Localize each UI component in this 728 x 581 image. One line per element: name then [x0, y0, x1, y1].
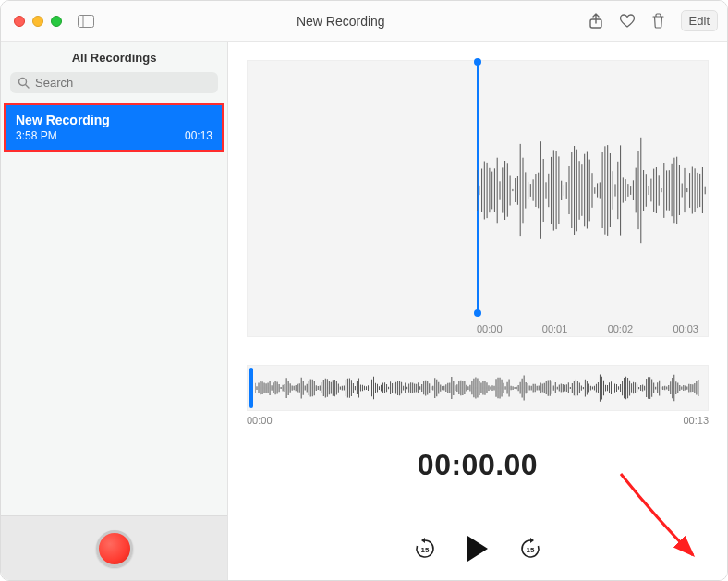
- recording-item-title: New Recording: [16, 113, 212, 127]
- sidebar-toggle-icon[interactable]: [77, 12, 95, 30]
- tick-label: 00:02: [608, 323, 634, 334]
- playback-controls: 15 15: [228, 536, 727, 562]
- window-controls: [10, 16, 62, 27]
- sidebar: All Recordings New Recording 3:58 PM 00:…: [1, 42, 228, 580]
- sidebar-heading: All Recordings: [1, 42, 227, 72]
- waveform-zoom[interactable]: 00:00 00:01 00:02 00:03: [247, 60, 709, 337]
- overview-times: 00:00 00:13: [247, 415, 709, 426]
- window-title: New Recording: [95, 14, 587, 29]
- minimize-window-button[interactable]: [32, 16, 43, 27]
- svg-line-4: [26, 85, 30, 89]
- main-panel: 00:00 00:01 00:02 00:03 00:00 00:13 00:0…: [228, 42, 727, 580]
- play-button[interactable]: [467, 536, 488, 562]
- tick-label: 00:01: [542, 323, 568, 334]
- skip-forward-button[interactable]: 15: [517, 536, 543, 562]
- overview-start-label: 00:00: [247, 415, 273, 426]
- recording-item-time: 3:58 PM: [16, 129, 57, 142]
- overview-cursor[interactable]: [249, 368, 253, 408]
- record-bar: [1, 515, 227, 580]
- waveform-overview[interactable]: [247, 365, 709, 411]
- svg-text:15: 15: [527, 546, 535, 554]
- recording-item[interactable]: New Recording 3:58 PM 00:13: [4, 103, 224, 152]
- waveform-overview-svg: [255, 371, 700, 405]
- svg-rect-0: [79, 15, 94, 27]
- svg-text:15: 15: [421, 546, 430, 554]
- search-icon: [18, 77, 30, 89]
- titlebar: New Recording Edit: [1, 1, 727, 42]
- current-time: 00:00.00: [228, 448, 727, 482]
- fullscreen-window-button[interactable]: [51, 16, 62, 27]
- close-window-button[interactable]: [14, 16, 25, 27]
- recording-item-duration: 00:13: [185, 129, 212, 142]
- favorite-icon[interactable]: [618, 12, 637, 30]
- record-button[interactable]: [96, 530, 133, 567]
- search-field[interactable]: [10, 72, 218, 93]
- search-input[interactable]: [35, 76, 211, 90]
- trash-icon[interactable]: [649, 12, 668, 30]
- skip-back-button[interactable]: 15: [412, 536, 438, 562]
- share-icon[interactable]: [587, 12, 605, 30]
- waveform-main: [477, 98, 708, 283]
- tick-label: 00:00: [477, 323, 503, 334]
- waveform-ticks: 00:00 00:01 00:02 00:03: [248, 323, 708, 334]
- tick-label: 00:03: [673, 323, 698, 334]
- overview-end-label: 00:13: [683, 415, 709, 426]
- edit-button[interactable]: Edit: [681, 10, 718, 31]
